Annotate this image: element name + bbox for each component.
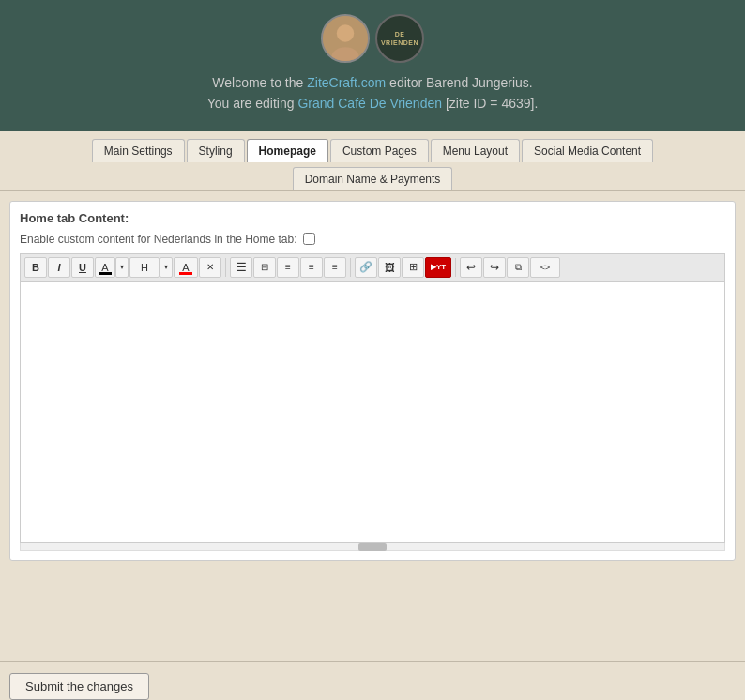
- tab-menu-layout[interactable]: Menu Layout: [431, 139, 520, 162]
- insert-image-button[interactable]: 🖼: [378, 257, 401, 278]
- enable-label: Enable custom content for Nederlands in …: [20, 233, 297, 246]
- user-avatar: [321, 14, 370, 63]
- insert-link-button[interactable]: 🔗: [355, 257, 377, 278]
- ordered-list-button[interactable]: ⊟: [253, 257, 276, 278]
- copy-button[interactable]: ⧉: [507, 257, 529, 278]
- enable-row: Enable custom content for Nederlands in …: [20, 233, 725, 246]
- italic-button[interactable]: I: [48, 257, 70, 278]
- section-title: Home tab Content:: [20, 211, 725, 225]
- heading-group: H ▾: [129, 257, 173, 278]
- site-logo-avatar: DEVRIENDEN: [375, 14, 424, 63]
- tab-homepage[interactable]: Homepage: [247, 139, 328, 162]
- insert-youtube-button[interactable]: ▶YT: [425, 257, 451, 278]
- undo-button[interactable]: ↩: [460, 257, 482, 278]
- separator-1: [225, 258, 226, 277]
- header-welcome: Welcome to the ZiteCraft.com editor Bare…: [9, 72, 736, 93]
- redo-button[interactable]: ↪: [483, 257, 506, 278]
- editor-area[interactable]: [20, 281, 725, 543]
- font-color-button[interactable]: A: [95, 257, 115, 278]
- welcome-prefix: Welcome to the: [212, 75, 307, 90]
- editor-scrollbar[interactable]: [20, 543, 725, 551]
- bold-button[interactable]: B: [24, 257, 47, 278]
- tab-styling[interactable]: Styling: [187, 139, 245, 162]
- editing-prefix: You are editing: [207, 96, 298, 111]
- zite-id: [zite ID = 4639].: [442, 96, 538, 111]
- nav-row-1: Main Settings Styling Homepage Custom Pa…: [9, 139, 736, 162]
- submit-button[interactable]: Submit the changes: [9, 673, 149, 700]
- spacer: [9, 561, 736, 589]
- font-color-group: A ▾: [95, 257, 129, 278]
- erase-formatting-button[interactable]: ✕: [199, 257, 221, 278]
- heading-dropdown[interactable]: ▾: [160, 257, 173, 278]
- align-right-button[interactable]: ≡: [324, 257, 346, 278]
- tab-custom-pages[interactable]: Custom Pages: [330, 139, 429, 162]
- cafe-link[interactable]: Grand Café De Vrienden: [297, 96, 442, 111]
- tab-domain-payments[interactable]: Domain Name & Payments: [293, 167, 453, 190]
- editor-toolbar: B I U A ▾ H ▾ A ✕ ☰: [20, 253, 725, 281]
- nav-bar: Main Settings Styling Homepage Custom Pa…: [0, 131, 745, 191]
- svg-point-1: [337, 24, 354, 41]
- zitecraft-link[interactable]: ZiteCraft.com: [307, 75, 386, 90]
- avatar-group: DEVRIENDEN: [9, 14, 736, 63]
- editor-suffix: editor Barend Jungerius.: [386, 75, 532, 90]
- align-center-button[interactable]: ≡: [300, 257, 323, 278]
- separator-2: [350, 258, 351, 277]
- header-editing: You are editing Grand Café De Vrienden […: [9, 93, 736, 114]
- html-source-button[interactable]: <>: [530, 257, 560, 278]
- tab-main-settings[interactable]: Main Settings: [92, 139, 185, 162]
- underline-button[interactable]: U: [71, 257, 94, 278]
- text-color-button[interactable]: A: [174, 257, 198, 278]
- content-box: Home tab Content: Enable custom content …: [9, 201, 736, 561]
- separator-3: [455, 258, 456, 277]
- unordered-list-button[interactable]: ☰: [230, 257, 252, 278]
- insert-table-button[interactable]: ⊞: [402, 257, 424, 278]
- nav-row-2: Domain Name & Payments: [9, 167, 736, 190]
- main-content: Home tab Content: Enable custom content …: [0, 191, 745, 661]
- align-left-button[interactable]: ≡: [277, 257, 299, 278]
- footer: Submit the changes: [0, 661, 745, 700]
- font-color-dropdown[interactable]: ▾: [115, 257, 129, 278]
- heading-button[interactable]: H: [129, 257, 160, 278]
- header: DEVRIENDEN Welcome to the ZiteCraft.com …: [0, 0, 745, 131]
- enable-checkbox[interactable]: [303, 233, 315, 245]
- tab-social-media[interactable]: Social Media Content: [522, 139, 653, 162]
- scrollbar-thumb[interactable]: [358, 543, 387, 551]
